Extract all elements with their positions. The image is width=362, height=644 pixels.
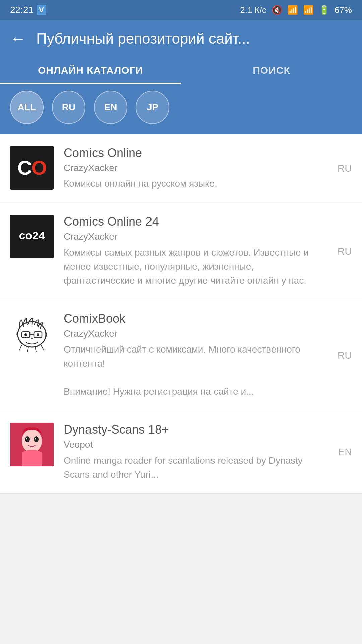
tab-catalog[interactable]: ОНЛАЙН КАТАЛОГИ xyxy=(0,57,181,84)
filter-all[interactable]: ALL xyxy=(10,91,44,124)
svg-point-4 xyxy=(24,333,27,336)
item-content-comixbook: ComixBook CrazyXacker Отличнейший сайт с… xyxy=(64,312,324,399)
battery-percent: 67% xyxy=(335,5,352,15)
item-title: Dynasty-Scans 18+ xyxy=(64,423,324,437)
app-bar: ← Публичный репозиторий сайт... xyxy=(0,20,362,57)
item-author: CrazyXacker xyxy=(64,163,324,173)
wifi-icon: 📶 xyxy=(287,5,298,15)
list-item[interactable]: Dynasty-Scans 18+ Veopot Online manga re… xyxy=(0,411,362,494)
item-lang: EN xyxy=(335,446,352,458)
item-lang: RU xyxy=(334,163,352,174)
item-desc: Online manga reader for scanlations rele… xyxy=(64,453,324,482)
item-desc: Комиксы онлайн на русском языке. xyxy=(64,177,324,191)
svg-point-11 xyxy=(35,438,36,440)
item-icon-comixbook xyxy=(10,312,54,355)
list-item[interactable]: co24 Comics Online 24 CrazyXacker Комикс… xyxy=(0,203,362,300)
item-author: CrazyXacker xyxy=(64,231,324,242)
tab-search[interactable]: ПОИСК xyxy=(181,57,362,84)
back-button[interactable]: ← xyxy=(10,31,26,47)
item-lang: RU xyxy=(334,246,352,257)
svg-point-9 xyxy=(34,436,39,442)
item-icon-dynasty xyxy=(10,423,54,466)
tab-bar: ОНЛАЙН КАТАЛОГИ ПОИСК xyxy=(0,57,362,84)
item-lang: RU xyxy=(334,350,352,361)
status-bar: 22:21 V 2.1 К/с 🔇 📶 📶 🔋 67% xyxy=(0,0,362,20)
filter-jp[interactable]: JP xyxy=(136,91,169,124)
svg-point-7 xyxy=(22,429,42,453)
item-content-comics-online: Comics Online CrazyXacker Комиксы онлайн… xyxy=(64,146,324,191)
item-title: Comics Online xyxy=(64,146,324,160)
signal-icon: 📶 xyxy=(303,5,314,15)
filter-ru[interactable]: RU xyxy=(52,91,85,124)
filter-bar: ALL RU EN JP xyxy=(0,84,362,134)
status-time-area: 22:21 V xyxy=(10,5,46,15)
item-author: Veopot xyxy=(64,439,324,450)
battery-icon: 🔋 xyxy=(319,5,329,15)
item-icon-comics-online: CO xyxy=(10,146,54,190)
time-display: 22:21 xyxy=(10,5,34,15)
network-speed: 2.1 К/с xyxy=(240,5,266,15)
item-author: CrazyXacker xyxy=(64,328,324,339)
mute-icon: 🔇 xyxy=(272,5,282,15)
item-content-co24: Comics Online 24 CrazyXacker Комиксы сам… xyxy=(64,215,324,288)
item-icon-co24: co24 xyxy=(10,215,54,258)
filter-en[interactable]: EN xyxy=(94,91,127,124)
status-icons: 2.1 К/с 🔇 📶 📶 🔋 67% xyxy=(240,5,352,15)
app-title: Публичный репозиторий сайт... xyxy=(36,30,352,47)
svg-point-10 xyxy=(26,438,27,440)
item-desc: Комиксы самых разных жанров и сюжетов. И… xyxy=(64,246,324,288)
list-item[interactable]: ComixBook CrazyXacker Отличнейший сайт с… xyxy=(0,300,362,411)
svg-point-5 xyxy=(37,333,39,336)
item-title: Comics Online 24 xyxy=(64,215,324,229)
list-item[interactable]: CO Comics Online CrazyXacker Комиксы онл… xyxy=(0,134,362,203)
carrier-icon: V xyxy=(37,5,46,15)
item-desc: Отличнейший сайт с комиксами. Много каче… xyxy=(64,342,324,399)
svg-point-8 xyxy=(25,436,30,442)
catalog-list: CO Comics Online CrazyXacker Комиксы онл… xyxy=(0,134,362,494)
item-content-dynasty: Dynasty-Scans 18+ Veopot Online manga re… xyxy=(64,423,324,482)
item-title: ComixBook xyxy=(64,312,324,326)
